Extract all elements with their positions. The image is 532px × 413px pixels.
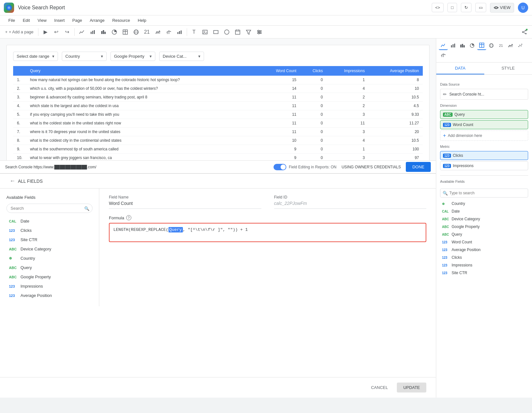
bar-chart-btn[interactable]: [87, 27, 98, 37]
redo-btn[interactable]: ↪: [62, 27, 72, 37]
circle-btn[interactable]: [222, 27, 232, 37]
present-btn[interactable]: □: [447, 3, 457, 12]
left-field-item[interactable]: ABC Google Property: [6, 273, 93, 281]
filter-btn[interactable]: [243, 27, 254, 37]
waterfall-btn[interactable]: [175, 27, 185, 37]
right-field-item[interactable]: ABC Device Category: [440, 215, 528, 223]
left-field-item[interactable]: ABC Query: [6, 263, 93, 272]
panel-line-chart-icon[interactable]: [439, 41, 448, 50]
edit-pencil-icon[interactable]: ✏: [443, 92, 447, 97]
field-label: Date: [452, 209, 460, 214]
table-btn[interactable]: [120, 27, 130, 37]
panel-area-chart-icon[interactable]: [506, 41, 515, 50]
right-field-item[interactable]: CAL Date: [440, 208, 528, 215]
update-button[interactable]: UPDATE: [397, 383, 426, 392]
panel-geo-chart-icon[interactable]: [487, 41, 496, 50]
share-btn[interactable]: +: [519, 27, 529, 37]
menu-arrange[interactable]: Arrange: [86, 17, 108, 24]
right-field-item[interactable]: 123 Average Position: [440, 246, 528, 253]
panel-scorecard-icon[interactable]: 21: [496, 41, 505, 50]
right-field-item[interactable]: ABC Query: [440, 231, 528, 238]
image-btn[interactable]: [200, 27, 210, 37]
panel-column-chart-icon[interactable]: [458, 41, 467, 50]
help-icon[interactable]: ?: [126, 215, 131, 220]
panel-pie-chart-icon[interactable]: [468, 41, 477, 50]
text-btn[interactable]: T: [189, 27, 199, 37]
left-search-input[interactable]: [6, 204, 93, 213]
menu-insert[interactable]: Insert: [51, 17, 68, 24]
google-property-filter[interactable]: Google Property ▾: [110, 52, 155, 61]
metric-chip-impressions[interactable]: 123 Impressions: [440, 161, 528, 170]
fields-search-input[interactable]: [440, 189, 528, 198]
combo-chart-btn[interactable]: [164, 27, 174, 37]
menu-help[interactable]: Help: [135, 17, 150, 24]
field-name-value[interactable]: Word Count: [109, 201, 261, 209]
right-field-item[interactable]: 123 Site CTR: [440, 269, 528, 276]
cancel-button[interactable]: CANCEL: [366, 383, 393, 392]
left-field-item[interactable]: CAL Date: [6, 217, 93, 225]
right-formula-panel: Field Name Word Count Field ID calc_22PJ…: [99, 189, 436, 306]
panel-bar-chart-icon[interactable]: [448, 41, 457, 50]
field-type-badge: CAL: [9, 219, 18, 223]
right-field-item[interactable]: 123 Impressions: [440, 262, 528, 269]
date-range-btn[interactable]: [233, 27, 243, 37]
cursor-tool[interactable]: ▶: [40, 27, 51, 37]
menu-file[interactable]: File: [5, 17, 18, 24]
undo-btn[interactable]: ↩: [51, 27, 61, 37]
metric-chip-clicks[interactable]: 123 Clicks: [440, 151, 528, 160]
dimension-chip-wordcount[interactable]: 123 Word Count: [440, 120, 528, 129]
view-button[interactable]: VIEW: [490, 3, 514, 13]
chip-type-num: 123: [443, 123, 451, 127]
right-field-item[interactable]: 123 Clicks: [440, 254, 528, 261]
left-field-item[interactable]: 123 Average Position: [6, 291, 93, 300]
geo-chart-btn[interactable]: [131, 27, 141, 37]
user-avatar[interactable]: U: [518, 3, 528, 13]
panel-scatter-icon[interactable]: [516, 41, 525, 50]
field-editing-toggle[interactable]: [274, 164, 286, 170]
right-field-item[interactable]: ⊕ Country: [440, 200, 528, 207]
formula-editor[interactable]: LENGTH(REGEXP_REPLACE(Query, "[^\t\n\f\r…: [109, 223, 426, 242]
panel-table-icon[interactable]: [477, 41, 486, 50]
available-fields-section: Available Fields 🔍 ⊕ Country CAL Date AB…: [440, 175, 528, 276]
menu-view[interactable]: View: [34, 17, 50, 24]
rectangle-btn[interactable]: [211, 27, 221, 37]
field-type-badge: CAL: [442, 210, 450, 213]
row-wordcount: 11: [259, 110, 300, 119]
right-field-item[interactable]: 123 Word Count: [440, 239, 528, 246]
menu-edit[interactable]: Edit: [20, 17, 33, 24]
data-control-btn[interactable]: [254, 27, 265, 37]
line-chart-btn[interactable]: [77, 27, 87, 37]
svg-marker-30: [246, 30, 251, 34]
tab-data[interactable]: DATA: [436, 63, 484, 74]
left-field-item[interactable]: 123 Impressions: [6, 282, 93, 291]
left-field-item[interactable]: 123 Site CTR: [6, 235, 93, 244]
row-impressions: 4: [327, 84, 369, 93]
menu-page[interactable]: Page: [69, 17, 85, 24]
back-arrow-icon[interactable]: ←: [10, 178, 15, 184]
code-btn[interactable]: <>: [432, 3, 444, 12]
row-num: 7.: [13, 128, 26, 136]
left-field-item[interactable]: 123 Clicks: [6, 226, 93, 235]
device-cat-filter[interactable]: Device Cat... ▾: [159, 52, 204, 61]
right-field-item[interactable]: ABC Google Property: [440, 223, 528, 230]
dimension-chip-query[interactable]: ABC Query: [440, 110, 528, 119]
scorecard-btn[interactable]: 21: [142, 27, 152, 37]
pie-chart-btn[interactable]: [109, 27, 119, 37]
toolbar-separator-3: [187, 28, 187, 36]
country-filter[interactable]: Country ▾: [62, 52, 107, 61]
left-field-item[interactable]: ABC Device Category: [6, 245, 93, 253]
done-button[interactable]: DONE: [406, 162, 431, 172]
menu-resource[interactable]: Resource: [109, 17, 133, 24]
area-chart-btn[interactable]: [153, 27, 163, 37]
date-range-filter[interactable]: Select date range ▾: [13, 52, 58, 61]
add-page-button[interactable]: + + Add a page: [3, 28, 36, 36]
panel-combo-icon[interactable]: [439, 51, 448, 60]
filter-row: Select date range ▾ Country ▾ Google Pro…: [13, 52, 423, 61]
datasource-label: Search Console https://www.████████████.…: [5, 165, 96, 169]
left-field-item[interactable]: ⊕ Country: [6, 254, 93, 263]
refresh-btn[interactable]: ↻: [461, 3, 471, 12]
column-chart-btn[interactable]: [98, 27, 109, 37]
copy-btn[interactable]: ▭: [475, 3, 486, 12]
tab-style[interactable]: STYLE: [484, 63, 532, 74]
add-dimension-button[interactable]: + Add dimension here: [440, 131, 528, 141]
